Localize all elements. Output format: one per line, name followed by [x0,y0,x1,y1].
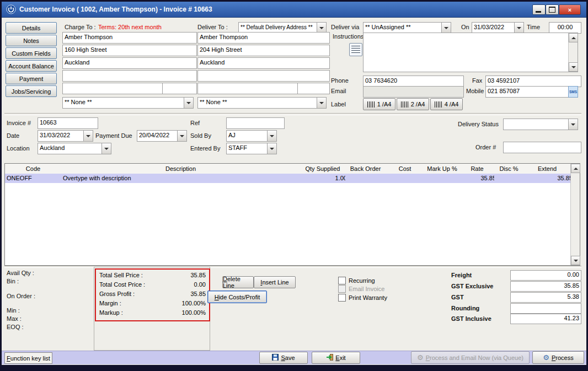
function-key-list-button[interactable]: Function key list [4,352,52,364]
invoice-lines-grid: Code Description Qty Supplied Back Order… [4,163,580,266]
close-button[interactable]: × [559,4,581,15]
charge-contact-select[interactable]: ** None ** [62,97,194,109]
minimize-button[interactable] [532,4,546,15]
fax-label: Fax [472,77,482,84]
cell-rate[interactable]: 35.85 [460,174,498,183]
barcode-icon [435,101,442,107]
exit-button[interactable]: Exit [312,352,360,364]
gear-icon: ⚙ [543,354,549,361]
charge-line4-field[interactable] [62,70,197,82]
cell-cost[interactable] [386,174,428,183]
deliver-contact-select[interactable]: ** None ** [197,97,327,109]
deliver-city-field[interactable]: Auckland [197,57,330,69]
save-floppy-icon [272,354,279,362]
column-header-cost[interactable]: Cost [386,164,425,174]
scroll-down-icon[interactable] [571,256,580,265]
ref-field[interactable] [226,117,285,129]
delivery-date-select[interactable]: 31/03/2022 [472,22,524,34]
bin-label: Bin : [7,278,19,285]
gst-exclusive-field[interactable]: 35.85 [510,281,581,292]
label-1-a4-button[interactable]: 1 /A4 [363,98,395,110]
instructions-scrollbar[interactable] [568,33,578,72]
location-select[interactable]: Auckland [38,143,111,154]
invoice-date-select[interactable]: 31/03/2022 [38,130,93,142]
process-and-email-button[interactable]: ⚙ Process and Email Now (via Queue) [411,351,530,364]
charge-street-field[interactable]: 160 High Street [62,45,197,56]
mobile-label: Mobile [466,88,484,95]
sidebar-tab-notes[interactable]: Notes [6,35,57,46]
column-header-code[interactable]: Code [5,164,62,174]
grid-scrollbar[interactable] [570,164,580,265]
scroll-down-icon[interactable] [569,62,578,72]
order-number-field[interactable] [503,142,581,153]
maximize-button[interactable] [546,4,559,15]
deliver-name-field[interactable]: Amber Thompson [197,32,330,44]
scroll-up-icon[interactable] [569,33,578,42]
rounding-label: Rounding [451,305,479,312]
invoice-number-field[interactable]: 10663 [38,117,98,129]
charge-city-field[interactable]: Auckland [62,57,197,69]
email-invoice-checkbox[interactable]: Email Invoice [338,285,384,293]
save-button[interactable]: Save [259,352,308,364]
cell-back-order[interactable] [345,174,389,183]
column-header-qty-supplied[interactable]: Qty Supplied [300,164,346,174]
mobile-field[interactable]: 021 857087 [485,86,571,98]
recurring-checkbox[interactable]: Recurring [338,277,375,284]
column-header-mark-up[interactable]: Mark Up % [424,164,461,174]
gross-profit-row: Gross Profit :35.85 [96,289,209,299]
column-header-back-order[interactable]: Back Order [345,164,386,174]
sidebar-tab-jobs-servicing[interactable]: Jobs/Servicing [6,85,57,97]
sold-by-select[interactable]: AJ [226,130,277,142]
time-field[interactable]: 00:00 [549,22,581,34]
column-header-description[interactable]: Description [61,164,301,174]
print-warranty-checkbox[interactable]: Print Warranty [338,294,387,302]
hide-costs-profit-button[interactable]: Hide Costs/Profit [207,291,267,303]
fax-field[interactable]: 03 4592107 [485,76,581,87]
cell-extend[interactable]: 35.85 [523,174,575,183]
entered-by-select[interactable]: STAFF [226,143,277,154]
column-header-rate[interactable]: Rate [460,164,495,174]
cell-disc[interactable] [494,174,527,183]
label-2-a4-button[interactable]: 2 /A4 [397,98,429,110]
phone-field[interactable]: 03 7634620 [363,76,464,87]
cell-description[interactable]: Overtype with description [61,174,304,183]
total-cost-price-row: Total Cost Price :0.00 [96,280,209,289]
deliver-via-select[interactable]: ** UnAssigned ** [363,22,451,34]
scroll-up-icon[interactable] [571,164,580,173]
delivery-status-select[interactable] [503,119,578,130]
gst-inclusive-field[interactable]: 41.23 [510,314,581,324]
instructions-textarea[interactable] [363,33,578,72]
email-field[interactable] [363,86,464,98]
cell-qty-supplied[interactable]: 1.00 [300,174,349,183]
charge-name-field[interactable]: Amber Thompson [62,32,197,44]
cell-code[interactable]: ONEOFF [5,174,65,183]
deliver-line5-field[interactable] [197,83,300,94]
gst-field[interactable]: 5.38 [510,292,581,303]
column-header-disc[interactable]: Disc % [494,164,524,174]
barcode-icon [401,101,409,107]
payment-due-select[interactable]: 20/04/2022 [137,130,187,142]
cell-mark-up[interactable] [424,174,464,183]
rounding-field[interactable] [510,303,581,314]
process-button[interactable]: ⚙ Process [532,351,584,364]
freight-field[interactable]: 0.00 [510,270,581,281]
deliver-postcode-field[interactable] [297,83,330,94]
customer-invoice-window: Customer Invoice ( 1002, Amber Thompson)… [2,2,586,365]
insert-line-button[interactable]: Insert Line [254,276,296,288]
dropdown-arrow-icon [184,98,193,108]
deliver-line4-field[interactable] [197,70,330,82]
charge-line5-field[interactable] [62,83,165,94]
deliver-street-field[interactable]: 204 High Street [197,45,330,56]
sidebar-tab-custom-fields[interactable]: Custom Fields [6,47,57,59]
notes-lines-icon[interactable] [349,43,362,56]
gst-exclusive-label: GST Exclusive [451,283,493,290]
sms-button[interactable]: SMS [568,86,578,98]
gear-icon: ⚙ [417,354,424,361]
charge-postcode-field[interactable] [162,83,197,94]
column-header-extend[interactable]: Extend [523,164,571,174]
sidebar-tab-details[interactable]: Details [6,22,57,34]
sidebar-tab-account-balance[interactable]: Account Balance [6,60,57,72]
label-4-a4-button[interactable]: 4 /A4 [430,98,463,110]
sidebar-tab-payment[interactable]: Payment [6,73,57,84]
delete-line-button[interactable]: Delete Line [222,276,254,288]
